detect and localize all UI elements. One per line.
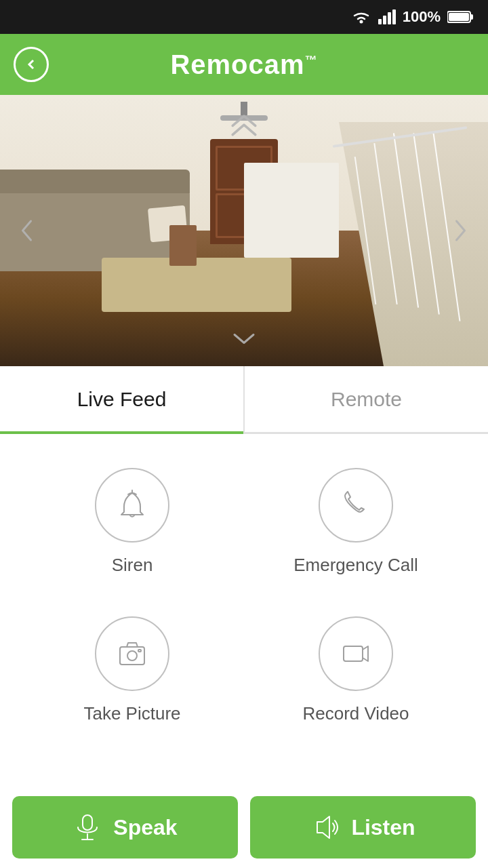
siren-circle xyxy=(95,468,169,542)
app-title: Remocam™ xyxy=(170,50,317,80)
tab-bar: Live Feed Remote xyxy=(0,366,488,434)
svg-rect-12 xyxy=(344,646,363,661)
signal-icon xyxy=(378,9,396,24)
phone-icon xyxy=(338,488,373,523)
svg-point-10 xyxy=(127,651,137,660)
svg-marker-16 xyxy=(317,816,329,838)
camera-feed xyxy=(0,95,488,366)
take-picture-circle xyxy=(95,616,169,691)
header: Remocam™ xyxy=(0,34,488,95)
bottom-buttons: Speak Listen xyxy=(0,787,488,868)
tab-remote[interactable]: Remote xyxy=(245,366,488,432)
emergency-call-circle xyxy=(319,468,393,542)
svg-point-0 xyxy=(359,20,363,24)
record-video-button[interactable]: Record Video xyxy=(251,603,461,738)
siren-label: Siren xyxy=(112,555,153,576)
tab-live-feed[interactable]: Live Feed xyxy=(0,366,243,432)
video-icon xyxy=(338,636,373,671)
svg-rect-7 xyxy=(449,13,469,21)
action-grid: Siren Emergency Call Take Picture xyxy=(0,434,488,758)
status-bar: 100% xyxy=(0,0,488,34)
bell-icon xyxy=(115,488,150,523)
wifi-icon xyxy=(351,9,371,24)
emergency-call-button[interactable]: Emergency Call xyxy=(251,454,461,589)
battery-icon xyxy=(447,9,474,24)
svg-rect-6 xyxy=(470,14,473,20)
svg-rect-11 xyxy=(138,650,141,652)
svg-rect-3 xyxy=(388,12,391,24)
speak-button[interactable]: Speak xyxy=(12,796,238,859)
status-icons: 100% xyxy=(351,8,474,26)
mic-icon xyxy=(73,812,102,842)
camera-pan-down[interactable] xyxy=(227,322,261,356)
svg-rect-4 xyxy=(392,9,396,24)
svg-rect-1 xyxy=(378,19,382,24)
camera-pan-up[interactable] xyxy=(227,105,261,139)
svg-rect-2 xyxy=(383,16,386,24)
siren-button[interactable]: Siren xyxy=(27,454,237,589)
speak-label: Speak xyxy=(113,815,177,840)
speaker-icon xyxy=(310,812,340,842)
listen-label: Listen xyxy=(351,815,415,840)
record-video-label: Record Video xyxy=(302,703,409,724)
take-picture-button[interactable]: Take Picture xyxy=(27,603,237,738)
emergency-call-label: Emergency Call xyxy=(293,555,418,576)
listen-button[interactable]: Listen xyxy=(250,796,476,859)
record-video-circle xyxy=(319,616,393,691)
camera-icon xyxy=(115,636,150,671)
svg-rect-13 xyxy=(83,815,92,830)
back-button[interactable] xyxy=(14,47,49,82)
camera-pan-right[interactable] xyxy=(444,214,478,248)
take-picture-label: Take Picture xyxy=(83,703,180,724)
camera-pan-left[interactable] xyxy=(10,214,44,248)
battery-text: 100% xyxy=(403,8,441,26)
